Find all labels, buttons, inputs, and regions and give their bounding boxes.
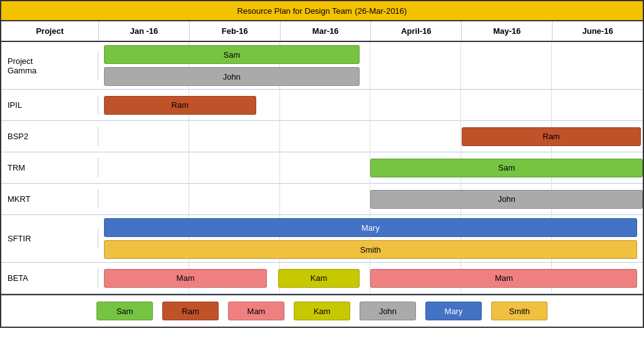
bar-mam-beta-2: Mam xyxy=(370,269,637,288)
row-content-ipil: Ram xyxy=(98,90,643,120)
chart-container: Resource Plan for Design Team (26-Mar-20… xyxy=(0,0,644,328)
col-jan: Jan -16 xyxy=(98,21,189,41)
bar-john-gamma: John xyxy=(104,67,360,86)
table-row: MKRT John xyxy=(1,184,643,215)
col-jun: June-16 xyxy=(552,21,643,41)
legend-item-kam: Kam xyxy=(294,302,350,320)
row-content-mkrt: John xyxy=(98,184,643,214)
bar-sam-gamma: Sam xyxy=(104,45,360,64)
table-row: BSP2 Ram xyxy=(1,121,643,152)
chart-body: Project Gamma Sam John IPIL Ram BSP2 xyxy=(1,42,643,294)
row-content-beta: Mam Kam Mam xyxy=(98,263,643,293)
col-apr: April-16 xyxy=(370,21,461,41)
row-label-sftir: SFTIR xyxy=(1,229,98,248)
row-label-gamma: Project Gamma xyxy=(1,51,98,80)
table-row: Project Gamma Sam John xyxy=(1,42,643,90)
row-label-trm: TRM xyxy=(1,158,98,177)
bar-mary-sftir: Mary xyxy=(104,218,638,237)
legend: Sam Ram Mam Kam John Mary Smith xyxy=(1,294,643,327)
legend-box-mary: Mary xyxy=(425,302,482,320)
col-feb: Feb-16 xyxy=(189,21,280,41)
row-content-gamma: Sam John xyxy=(98,42,643,89)
legend-item-smith: Smith xyxy=(491,302,548,320)
bar-ram-bsp2: Ram xyxy=(462,127,641,146)
col-mar: Mar-16 xyxy=(280,21,371,41)
chart-title: Resource Plan for Design Team (26-Mar-20… xyxy=(1,1,643,21)
legend-box-smith: Smith xyxy=(491,302,548,320)
table-row: SFTIR Mary Smith xyxy=(1,215,643,263)
row-content-bsp2: Ram xyxy=(98,121,643,152)
bar-sam-trm: Sam xyxy=(370,159,642,177)
legend-item-john: John xyxy=(360,302,416,320)
col-project: Project xyxy=(1,21,98,41)
title-main: Resource Plan for Design Team xyxy=(237,6,352,16)
bar-mam-beta-1: Mam xyxy=(104,269,267,288)
legend-item-mary: Mary xyxy=(425,302,482,320)
bar-row: Sam xyxy=(98,45,643,64)
bar-row: Smith xyxy=(98,240,643,259)
title-date: (26-Mar-2016) xyxy=(355,6,407,16)
row-label-bsp2: BSP2 xyxy=(1,127,98,146)
row-content-trm: Sam xyxy=(98,152,643,183)
bar-ram-ipil: Ram xyxy=(104,96,256,115)
bar-smith-sftir: Smith xyxy=(104,240,638,259)
table-row: TRM Sam xyxy=(1,152,643,184)
legend-box-john: John xyxy=(360,302,416,320)
legend-item-mam: Mam xyxy=(228,302,284,320)
row-content-sftir: Mary Smith xyxy=(98,215,643,262)
legend-box-sam: Sam xyxy=(96,302,153,320)
row-label-beta: BETA xyxy=(1,268,98,288)
legend-item-sam: Sam xyxy=(96,302,153,320)
bar-kam-beta: Kam xyxy=(278,269,360,288)
bar-john-mkrt: John xyxy=(370,190,642,209)
bar-row: John xyxy=(98,67,643,86)
row-label-mkrt: MKRT xyxy=(1,189,98,209)
legend-item-ram: Ram xyxy=(162,302,219,320)
col-may: May-16 xyxy=(461,21,552,41)
row-label-ipil: IPIL xyxy=(1,95,98,115)
chart-header: Project Jan -16 Feb-16 Mar-16 April-16 M… xyxy=(1,21,643,42)
table-row: IPIL Ram xyxy=(1,90,643,121)
legend-box-kam: Kam xyxy=(294,302,350,320)
bar-row: Mary xyxy=(98,218,643,237)
table-row: BETA Mam Kam Mam xyxy=(1,263,643,294)
legend-box-ram: Ram xyxy=(162,302,219,320)
legend-box-mam: Mam xyxy=(228,302,284,320)
